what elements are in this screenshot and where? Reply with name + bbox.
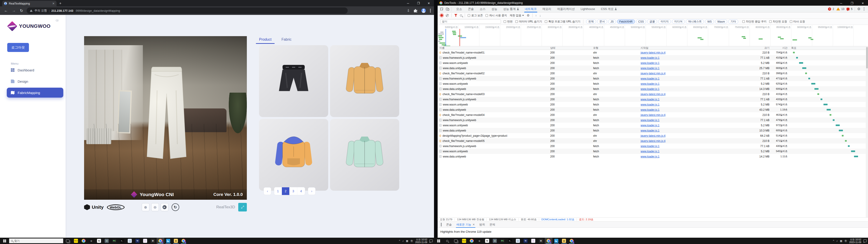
taskbar-app-chrome-youngwoo-2[interactable] <box>568 238 576 244</box>
network-search-icon[interactable] <box>460 14 462 17</box>
new-tab-button[interactable]: + <box>59 1 61 5</box>
taskbar-app-paint[interactable]: ◗ <box>529 238 537 244</box>
taskbar-app-truetype-app[interactable]: Tr <box>133 238 141 244</box>
devtools-minimize-button[interactable]: ─ <box>836 0 846 6</box>
initiator-link[interactable]: www.loader.js:1 <box>641 108 659 111</box>
zoom-out-button[interactable]: ⊖ <box>151 203 159 211</box>
notification-center-icon[interactable] <box>430 240 433 242</box>
tray-icon-1[interactable]: ♪ <box>402 240 404 242</box>
clear-button[interactable] <box>446 14 449 17</box>
device-toolbar-icon[interactable] <box>446 7 450 11</box>
initiator-link[interactable]: jquery-latest.min.js:4 <box>641 114 665 117</box>
site-warning-icon[interactable] <box>30 9 33 12</box>
site-warning-text[interactable]: 주의 요함 <box>34 8 47 13</box>
import-har-icon[interactable]: ↑ <box>535 14 537 17</box>
table-row[interactable]: www.data.unityweb200fetchwww.loader.js:1… <box>438 86 866 92</box>
page-button-1[interactable]: 1 <box>274 187 282 195</box>
column-header-시간[interactable]: 시간 <box>771 46 789 50</box>
logout-button[interactable]: 로그아웃 <box>7 43 29 52</box>
table-row[interactable]: {}check_file/?model_name=model02200xhrjq… <box>438 71 866 76</box>
filter-pill-기타[interactable]: 기타 <box>728 20 738 24</box>
table-row[interactable]: www.wasm.unityweb200fetchwww.loader.js:1… <box>438 123 866 128</box>
filter-input[interactable]: 필터 <box>440 20 501 24</box>
product-card-orange-blue-hoodie[interactable] <box>259 119 328 191</box>
network-overview-band[interactable]: 5000밀리초10000밀리초15000밀리초20000밀리초25000밀리초3… <box>438 25 868 46</box>
table-row[interactable]: www.data.unityweb200fetchwww.loader.js:1… <box>438 107 866 112</box>
initiator-link[interactable]: www.loader.js:1 <box>641 87 659 91</box>
tab-product[interactable]: Product <box>259 37 272 44</box>
taskbar-app-terminal[interactable]: >_ <box>118 238 126 244</box>
filter-pill-Fetch/XHR[interactable]: Fetch/XHR <box>617 20 635 24</box>
tray-icon-0[interactable]: ^ <box>833 240 834 242</box>
column-header-유형[interactable]: 유형 <box>591 46 639 50</box>
initiator-link[interactable]: www.loader.js:1 <box>641 61 659 65</box>
table-row[interactable]: {}check_file/?model_name=model03200xhrjq… <box>438 92 866 97</box>
devtools-tab-성능 통계[interactable]: 성능 통계 <box>500 6 522 12</box>
sidebar-item-fabricmapping[interactable]: FabricMapping <box>7 88 63 98</box>
table-row[interactable]: www.wasm.unityweb200fetchwww.loader.js:1… <box>438 149 866 154</box>
filter-pill-매니페스트[interactable]: 매니페스트 <box>686 20 704 24</box>
zoom-in-button[interactable]: ⊕ <box>142 203 149 211</box>
table-row[interactable]: www.data.unityweb200fetchwww.loader.js:1… <box>438 65 866 71</box>
next-page-button[interactable]: › <box>308 187 315 195</box>
taskbar-app-kakaotalk[interactable]: TALK <box>72 238 80 244</box>
devtools-menu-icon[interactable] <box>864 8 865 9</box>
devtools-tab-네트워크[interactable]: 네트워크 <box>522 6 539 12</box>
column-header-시작점[interactable]: 시작점 <box>639 46 734 50</box>
column-header-폭포[interactable]: 폭포 <box>789 46 866 50</box>
table-row[interactable]: www.data.unityweb200fetchwww.loader.js:1… <box>438 128 866 133</box>
table-row[interactable]: www.wasm.unityweb200fetchwww.loader.js:1… <box>438 102 866 107</box>
table-row[interactable]: {}check_file/?model_name=model01200xhrjq… <box>438 50 866 55</box>
taskbar-app-chrome[interactable] <box>468 238 475 244</box>
close-button[interactable]: ✕ <box>424 0 434 6</box>
network-conditions-icon[interactable]: ⚙ <box>527 13 530 17</box>
filter-pill-문서[interactable]: 문서 <box>597 20 607 24</box>
filter-toggle-icon[interactable] <box>454 14 457 17</box>
devtools-tab-애플리케이션[interactable]: 애플리케이션 <box>554 6 578 12</box>
filter-pill-Wasm[interactable]: Wasm <box>715 20 727 24</box>
taskbar-app-pycharm[interactable]: PC <box>499 238 506 244</box>
devtools-tab-소스[interactable]: 소스 <box>477 6 489 12</box>
taskbar-clock[interactable]: 오전 10:522023-11-09 <box>415 238 427 244</box>
filter-pill-CSS[interactable]: CSS <box>636 20 646 24</box>
table-row[interactable]: {}check_file/?model_name=model04200xhrjq… <box>438 112 866 118</box>
devtools-tab-Lighthouse[interactable]: Lighthouse <box>578 6 598 12</box>
taskbar-app-paint[interactable]: ◗ <box>141 238 149 244</box>
initiator-link[interactable]: www.loader.js:1 <box>641 145 659 148</box>
initiator-link[interactable]: jquery-latest.min.js:4 <box>641 140 665 143</box>
tray-icon-2[interactable]: ▦ <box>840 240 842 242</box>
table-row[interactable]: www.wasm.unityweb200fetchwww.loader.js:1… <box>438 60 866 65</box>
devtools-tab-CSS 개요[interactable]: CSS 개요 <box>598 6 620 12</box>
table-row[interactable]: www.framework.js.unityweb200fetchwww.loa… <box>438 118 866 123</box>
devtools-settings-icon[interactable]: ⚙ <box>857 7 860 11</box>
taskbar-app-chrome-youngwoo-2[interactable] <box>180 238 187 244</box>
table-row[interactable]: www.framework.js.unityweb200fetchwww.loa… <box>438 55 866 60</box>
drawer-tab-문제[interactable]: 문제 <box>487 221 498 228</box>
initiator-link[interactable]: www.loader.js:1 <box>641 98 659 101</box>
taskbar-app-nav-app[interactable]: ◣ <box>553 238 560 244</box>
reset-view-button[interactable]: ↻ <box>172 203 179 211</box>
taskbar-app-vpn-lock[interactable]: ⊡ <box>103 238 111 244</box>
taskbar-app-truetype-app[interactable]: Tr <box>522 238 529 244</box>
inspect-element-icon[interactable] <box>440 7 443 11</box>
tab-close-icon[interactable]: ✕ <box>52 2 55 5</box>
page-button-2[interactable]: 2 <box>282 187 289 195</box>
product-card-black-shorts[interactable] <box>259 45 328 117</box>
taskbar-search-box[interactable]: 찾기 <box>9 238 63 243</box>
search-icon-2[interactable] <box>446 240 448 242</box>
initiator-link[interactable]: jquery-latest.min.js:4 <box>641 93 665 96</box>
tray-icon-0[interactable]: ^ <box>399 240 400 242</box>
tray-icon-1[interactable]: ♪ <box>836 240 838 242</box>
column-header-이름[interactable]: 이름 <box>438 46 548 50</box>
taskbar-app-kakaotalk[interactable]: TALK <box>460 238 468 244</box>
minimize-button[interactable]: ─ <box>403 0 413 6</box>
filter-pill-글꼴[interactable]: 글꼴 <box>647 20 657 24</box>
export-har-icon[interactable]: ↓ <box>539 14 541 17</box>
page-button-4[interactable]: 4 <box>297 187 305 195</box>
taskbar-app-settings[interactable]: ⚙ <box>537 238 545 244</box>
taskbar-app-nav-app[interactable]: ◣ <box>164 238 172 244</box>
start-button-2[interactable] <box>434 238 443 244</box>
taskbar-app-notion[interactable]: N <box>483 238 491 244</box>
browser-tab[interactable]: RealTexMapping ✕ <box>2 1 57 6</box>
error-badge-icon[interactable]: ✕ <box>828 7 831 11</box>
